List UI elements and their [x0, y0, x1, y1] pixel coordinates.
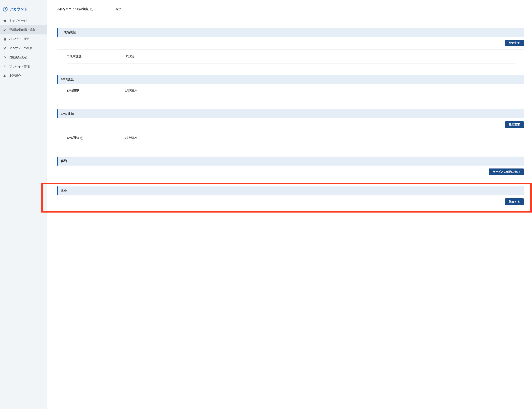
help-icon[interactable]: ? [90, 8, 93, 11]
svg-point-2 [5, 47, 6, 48]
sidebar-item-prepaid[interactable]: ¥ プリペイド管理 [0, 62, 47, 71]
two-factor-row-label: 二段階認証 [67, 55, 125, 58]
cancel-button-row: サービスの解約に進む [57, 166, 524, 178]
sms-notify-button-row: 設定変更 [57, 118, 524, 131]
two-factor-settings-button[interactable]: 設定変更 [505, 40, 524, 46]
section-two-factor: 二段階認証 設定変更 二段階認証 未設定 [57, 28, 524, 64]
row-suspicious-login: 不審なログイン時の認証 ? 有効 [57, 2, 524, 16]
sidebar-title: アカウント [10, 7, 27, 11]
help-icon[interactable]: ? [80, 137, 83, 140]
withdraw-heading: 退会 [57, 186, 524, 195]
section-withdraw: 退会 退会する [57, 186, 524, 208]
edit-icon [3, 28, 7, 32]
cancel-heading: 解約 [57, 157, 524, 166]
sidebar-item-merge[interactable]: アカウントの統合 [0, 44, 47, 53]
row-label: 不審なログイン時の認証 ? [57, 7, 115, 11]
sidebar-item-label: 友達紹介 [9, 74, 21, 78]
refresh-icon [3, 56, 7, 59]
sidebar-item-edit-info[interactable]: 登録情報確認・編集 [0, 25, 47, 35]
sidebar-header: アカウント [0, 4, 47, 16]
merge-icon [3, 46, 7, 50]
row-sms-auth: SMS認証 認証済み [67, 84, 515, 98]
sidebar-item-password[interactable]: パスワード変更 [0, 35, 47, 44]
sidebar-item-top[interactable]: トップページ [0, 16, 47, 25]
two-factor-heading: 二段階認証 [57, 28, 524, 37]
sidebar-item-label: アカウントの統合 [9, 46, 33, 50]
suspicious-login-label: 不審なログイン時の認証 [57, 7, 89, 11]
cancel-service-button[interactable]: サービスの解約に進む [489, 168, 524, 175]
svg-point-5 [4, 75, 5, 76]
sms-notify-heading: SMS通知 [57, 109, 524, 118]
home-icon [3, 19, 7, 23]
two-factor-row-value: 未設定 [125, 55, 134, 58]
section-cancel: 解約 サービスの解約に進む [57, 157, 524, 178]
svg-point-6 [5, 74, 6, 75]
sidebar-item-label: パスワード変更 [9, 37, 30, 41]
yen-icon: ¥ [3, 65, 7, 68]
sidebar: アカウント トップページ 登録情報確認・編集 パスワード変更 アカウントの統合 [0, 0, 47, 409]
sidebar-item-referral[interactable]: 友達紹介 [0, 71, 47, 80]
main-content: 不審なログイン時の認証 ? 有効 二段階認証 設定変更 二段階認証 未設定 SM… [47, 0, 532, 409]
withdraw-button[interactable]: 退会する [505, 198, 524, 205]
withdraw-button-row: 退会する [57, 195, 524, 208]
sidebar-item-label: 自動更新設定 [9, 56, 27, 59]
sidebar-item-label: 登録情報確認・編集 [9, 28, 36, 32]
svg-point-0 [5, 8, 6, 9]
row-two-factor: 二段階認証 未設定 [67, 49, 515, 64]
suspicious-login-value: 有効 [115, 7, 121, 11]
account-icon [3, 7, 8, 11]
sms-auth-heading: SMS認証 [57, 75, 524, 84]
svg-point-1 [4, 47, 4, 48]
svg-text:¥: ¥ [4, 65, 6, 68]
person-icon [3, 74, 7, 78]
sidebar-item-label: プリペイド管理 [9, 65, 30, 68]
sms-auth-row-value: 認証済み [125, 89, 137, 93]
sidebar-item-autorenew[interactable]: 自動更新設定 [0, 53, 47, 62]
sms-notify-row-value: 設定済み [125, 136, 137, 140]
sms-notify-row-label: SMS通知 [67, 136, 79, 140]
row-sms-notify: SMS通知 ? 設定済み [67, 131, 515, 145]
two-factor-button-row: 設定変更 [57, 37, 524, 49]
sms-notify-settings-button[interactable]: 設定変更 [505, 121, 524, 128]
lock-icon [3, 37, 7, 41]
sms-auth-row-label: SMS認証 [67, 89, 125, 93]
sidebar-item-label: トップページ [9, 19, 27, 23]
section-sms-auth: SMS認証 SMS認証 認証済み [57, 75, 524, 98]
row-label: SMS通知 ? [67, 136, 125, 140]
section-sms-notify: SMS通知 設定変更 SMS通知 ? 設定済み [57, 109, 524, 145]
